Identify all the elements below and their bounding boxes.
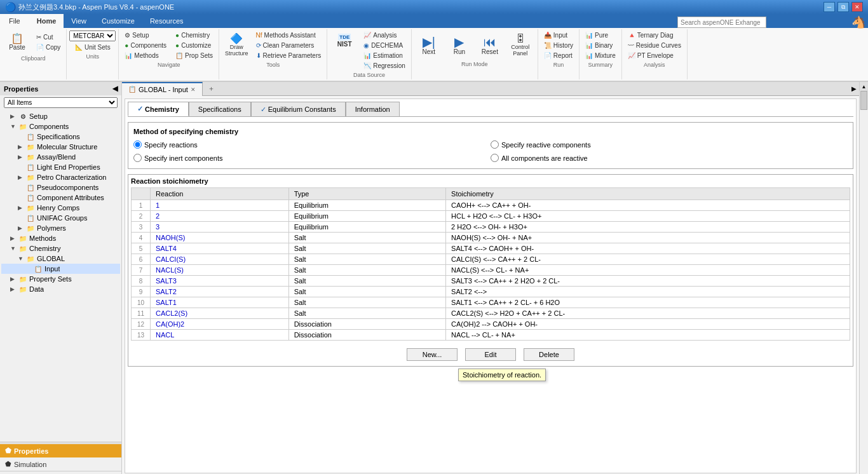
- customize-nav-button[interactable]: ● Customize: [172, 41, 216, 50]
- sidebar-item-methods[interactable]: ▶ 📁 Methods: [1, 233, 120, 243]
- run-button[interactable]: ▶ Run: [445, 32, 474, 58]
- scroll-thumb-v[interactable]: [860, 91, 867, 110]
- table-row[interactable]: 6CALCI(S)SaltCALCI(S) <--> CA++ + 2 CL-: [132, 254, 850, 265]
- table-row[interactable]: 10SALT1SaltSALT1 <--> CA++ + 2 CL- + 6 H…: [132, 297, 850, 308]
- scroll-up-btn[interactable]: ▲: [860, 82, 868, 91]
- cut-button[interactable]: ✂ Cut: [33, 32, 64, 42]
- radio-specify-reactive-components[interactable]: Specify reactive components: [491, 139, 848, 150]
- tab-customize[interactable]: Customize: [94, 14, 142, 28]
- sidebar-item-specifications[interactable]: 📋 Specifications: [1, 132, 120, 142]
- table-row[interactable]: 13NACLDissociationNACL --> CL- + NA+: [132, 330, 850, 341]
- tab-home[interactable]: Home: [29, 14, 64, 28]
- binary-button[interactable]: 📊 Binary: [582, 41, 616, 50]
- prop-sets-nav-button[interactable]: 📋 Prop Sets: [172, 51, 216, 60]
- methods-nav-button[interactable]: 📊 Methods: [121, 51, 170, 60]
- table-row[interactable]: 22EquilibriumHCL + H2O <--> CL- + H3O+: [132, 211, 850, 222]
- reaction-link[interactable]: SALT3: [156, 277, 177, 285]
- pt-envelope-button[interactable]: 📈 PT Envelope: [625, 51, 677, 60]
- minimize-button[interactable]: ─: [824, 2, 835, 12]
- unit-sets-button[interactable]: 📐 Unit Sets: [72, 43, 114, 52]
- reaction-link[interactable]: 2: [156, 212, 159, 220]
- sidebar-item-data[interactable]: ▶ 📁 Data: [1, 284, 120, 294]
- sidebar-item-polymers[interactable]: ▶ 📁 Polymers: [1, 223, 120, 233]
- sidebar-item-property-sets[interactable]: ▶ 📁 Property Sets: [1, 274, 120, 284]
- reaction-link-cell[interactable]: 3: [151, 222, 289, 233]
- pure-button[interactable]: 📊 Pure: [582, 30, 611, 40]
- ribbon-tab-bar[interactable]: File Home View Customize Resources 🐴: [0, 14, 868, 28]
- reaction-link[interactable]: NACL: [156, 331, 174, 339]
- scroll-track-v[interactable]: [860, 91, 868, 474]
- clean-parameters-button[interactable]: ⟳ Clean Parameters: [253, 41, 325, 50]
- dechema-button[interactable]: ◉ DECHEMA: [360, 41, 409, 50]
- search-bar[interactable]: [677, 17, 766, 28]
- estimation-button[interactable]: 📊 Estimation: [360, 51, 409, 60]
- next-button[interactable]: ▶| Next: [414, 32, 444, 58]
- reset-button[interactable]: ⏮ Reset: [475, 32, 505, 58]
- reaction-link-cell[interactable]: 1: [151, 200, 289, 211]
- energy-analysis-panel-tab[interactable]: ⬟ Energy Analysis: [0, 471, 121, 474]
- unit-set-dropdown[interactable]: METCBAR: [69, 30, 116, 41]
- sidebar-collapse-icon[interactable]: ◀: [112, 85, 118, 93]
- sidebar-item-chemistry[interactable]: ▼ 📁 Chemistry: [1, 243, 120, 254]
- table-row[interactable]: 4NAOH(S)SaltNAOH(S) <--> OH- + NA+: [132, 233, 850, 243]
- sub-tab-information[interactable]: Information: [346, 102, 400, 116]
- reaction-link-cell[interactable]: CACL2(S): [151, 308, 289, 319]
- table-row[interactable]: 7NACL(S)SaltNACL(S) <--> CL- + NA+: [132, 265, 850, 276]
- all-reactive-radio[interactable]: [491, 154, 499, 162]
- reaction-link[interactable]: NACL(S): [156, 266, 184, 274]
- mixture-button[interactable]: 📊 Mixture: [582, 51, 619, 60]
- close-button[interactable]: ✕: [851, 2, 863, 12]
- retrieve-parameters-button[interactable]: ⬇ Retrieve Parameters: [253, 51, 325, 60]
- table-row[interactable]: 12CA(OH)2DissociationCA(OH)2 --> CAOH+ +…: [132, 319, 850, 330]
- sub-tab-specifications[interactable]: Specifications: [189, 102, 251, 116]
- ternary-diag-button[interactable]: 🔺 Ternary Diag: [625, 30, 677, 40]
- reaction-link-cell[interactable]: SALT2: [151, 287, 289, 297]
- sidebar-item-component-attributes[interactable]: 📋 Component Attributes: [1, 193, 120, 203]
- sidebar-item-henry-comps[interactable]: ▶ 📁 Henry Comps: [1, 203, 120, 213]
- reaction-link[interactable]: CALCI(S): [156, 255, 186, 263]
- add-tab-button[interactable]: ＋: [203, 83, 220, 95]
- analysis-button[interactable]: 📈 Analysis: [360, 30, 409, 40]
- radio-specify-inert-components[interactable]: Specify inert components: [133, 152, 491, 163]
- properties-panel-tab[interactable]: ⬟ Properties: [0, 444, 121, 457]
- methods-assistant-button[interactable]: Nf Methods Assistant: [253, 30, 325, 40]
- table-row[interactable]: 9SALT2SaltSALT2 <-->: [132, 287, 850, 297]
- sub-tab-bar[interactable]: ✓ Chemistry Specifications ✓ Equilibrium…: [128, 102, 853, 117]
- table-row[interactable]: 11CACL2(S)SaltCACL2(S) <--> H2O + CA++ +…: [132, 308, 850, 319]
- table-row[interactable]: 8SALT3SaltSALT3 <--> CA++ + 2 H2O + 2 CL…: [132, 276, 850, 287]
- table-row[interactable]: 11EquilibriumCAOH+ <--> CA++ + OH-: [132, 200, 850, 211]
- sidebar-filter[interactable]: All Items: [0, 95, 121, 110]
- nist-button[interactable]: TDE NIST: [330, 30, 359, 51]
- sub-tab-equilibrium-constants[interactable]: ✓ Equilibrium Constants: [251, 102, 346, 116]
- sidebar-item-setup[interactable]: ▶ ⚙ Setup: [1, 111, 120, 121]
- sidebar-item-components[interactable]: ▼ 📁 Components: [1, 121, 120, 132]
- radio-all-reactive[interactable]: All components are reactive: [491, 152, 848, 163]
- search-input[interactable]: [677, 17, 766, 28]
- specify-inert-radio[interactable]: [133, 154, 142, 162]
- reaction-link[interactable]: CA(OH)2: [156, 320, 184, 328]
- copy-button[interactable]: 📄 Copy: [33, 43, 64, 52]
- reaction-link-cell[interactable]: CA(OH)2: [151, 319, 289, 330]
- sidebar-item-unifac[interactable]: 📋 UNIFAC Groups: [1, 213, 120, 223]
- tab-resources[interactable]: Resources: [142, 14, 191, 28]
- control-panel-button[interactable]: 🎛 ControlPanel: [506, 30, 535, 60]
- reaction-link-cell[interactable]: SALT1: [151, 297, 289, 308]
- restore-button[interactable]: ⧉: [837, 2, 849, 12]
- delete-button[interactable]: Delete: [524, 348, 574, 361]
- sidebar-item-molecular-structure[interactable]: ▶ 📁 Molecular Structure: [1, 142, 120, 152]
- paste-button[interactable]: 📋 Paste: [3, 30, 32, 54]
- reaction-link-cell[interactable]: SALT4: [151, 243, 289, 254]
- reaction-link-cell[interactable]: SALT3: [151, 276, 289, 287]
- reaction-link[interactable]: NAOH(S): [156, 234, 185, 241]
- reaction-link[interactable]: 3: [156, 223, 159, 231]
- reaction-link-cell[interactable]: 2: [151, 211, 289, 222]
- sidebar-item-input[interactable]: 📋 Input: [1, 264, 120, 274]
- tab-file[interactable]: File: [0, 14, 29, 28]
- reaction-link-cell[interactable]: NACL(S): [151, 265, 289, 276]
- sidebar-item-petro[interactable]: ▶ 📁 Petro Characterization: [1, 172, 120, 182]
- sidebar-item-assay-blend[interactable]: ▶ 📁 Assay/Blend: [1, 152, 120, 162]
- reaction-link-cell[interactable]: NACL: [151, 330, 289, 341]
- reaction-link[interactable]: 1: [156, 201, 159, 209]
- table-row[interactable]: 5SALT4SaltSALT4 <--> CAOH+ + OH-: [132, 243, 850, 254]
- sidebar-item-light-end[interactable]: 📋 Light End Properties: [1, 162, 120, 172]
